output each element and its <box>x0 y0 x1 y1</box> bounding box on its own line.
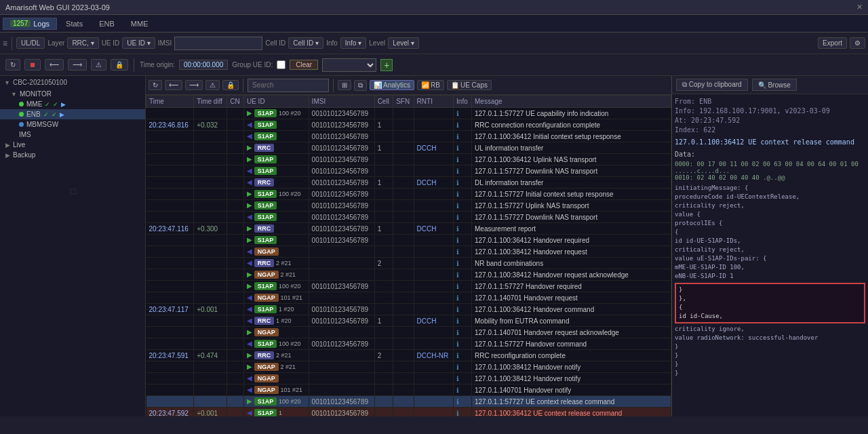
cell-timediff <box>194 200 227 212</box>
warn-log-btn[interactable]: ⚠ <box>205 80 220 90</box>
settings-btn[interactable]: ⚙ <box>850 37 865 49</box>
refresh-log-btn[interactable]: ↻ <box>149 80 162 90</box>
tab-mme[interactable]: MME <box>123 18 156 30</box>
table-row[interactable]: ▶ S1AP 100 #20 001010123456789 ℹ 127.0.1… <box>146 108 671 119</box>
cell-rnti <box>414 200 453 212</box>
cell-timediff: +0.001 <box>194 408 227 417</box>
sidebar-item-monitor[interactable]: ▼ MONITOR <box>0 89 145 99</box>
filter-icon-btn[interactable]: ⊞ <box>338 80 351 90</box>
refresh-btn[interactable]: ↻ <box>5 59 20 71</box>
info-icon: ℹ <box>456 144 459 152</box>
table-row[interactable]: ◀ S1AP 001010123456789 ℹ 127.0.1.1:57727… <box>146 165 671 177</box>
code-line: protocolIEs { <box>675 219 865 228</box>
table-row[interactable]: 20:23:46.816 +0.032 ◀ S1AP 0010101234567… <box>146 119 671 131</box>
protocol-badge: S1AP <box>254 213 277 221</box>
imsi-input[interactable] <box>174 37 262 50</box>
protocol-badge: S1AP <box>254 201 277 210</box>
back-log-btn[interactable]: ⟵ <box>165 80 182 90</box>
warn-btn[interactable]: ⚠ <box>91 59 106 71</box>
table-row[interactable]: ▶ S1AP 001010123456789 ℹ 127.0.1.1:57727… <box>146 200 671 212</box>
rb-btn[interactable]: 📶 RB <box>417 80 444 90</box>
info-icon: ℹ <box>456 352 459 359</box>
sidebar-item-backup[interactable]: ▶ Backup <box>0 150 145 160</box>
table-row[interactable]: ▶ S1AP 100 #20 001010123456789 ℹ 127.0.1… <box>146 189 671 200</box>
cell-ueid: ▶ S1AP <box>243 154 309 165</box>
table-row[interactable]: ◀ S1AP 001010123456789 ℹ 127.0.1.1:57727… <box>146 212 671 223</box>
sidebar-item-live[interactable]: ▶ Live <box>0 140 145 150</box>
table-row[interactable]: 20:23:47.592 +0.001 ◀ S1AP 1 00101012345… <box>146 408 671 417</box>
table-row[interactable]: ▶ NGAP 2 #21 ℹ 127.0.1.100:38412 Handove… <box>146 361 671 373</box>
cell-time <box>146 142 194 154</box>
lock-log-btn[interactable]: 🔒 <box>222 80 239 90</box>
search-input[interactable] <box>248 79 329 92</box>
table-row[interactable]: ▶ RRC 001010123456789 1 DCCH ℹ UL inform… <box>146 142 671 154</box>
table-row[interactable]: ◀ RRC 1 #20 001010123456789 1 DCCH ℹ Mob… <box>146 315 671 327</box>
table-row[interactable]: ▶ S1AP 100 #20 001010123456789 ℹ 127.0.1… <box>146 281 671 292</box>
clear-select[interactable] <box>322 58 376 72</box>
table-row[interactable]: ◀ NGAP 101 #21 ℹ 127.0.1.140701 Handover… <box>146 384 671 396</box>
level-select[interactable]: Level ▾ <box>388 37 419 49</box>
info-select[interactable]: Info ▾ <box>340 37 366 49</box>
table-row[interactable]: 20:23:47.116 +0.300 ▶ RRC 00101012345678… <box>146 223 671 235</box>
table-row[interactable]: ▶ NGAP ℹ 127.0.1.140701 Handover request… <box>146 327 671 338</box>
tab-stats[interactable]: Stats <box>58 18 90 30</box>
uecaps-btn[interactable]: 📋 UE Caps <box>447 80 492 90</box>
table-row[interactable]: ◀ NGAP ℹ 127.0.1.100:38412 Handover noti… <box>146 373 671 384</box>
cell-sfn <box>393 269 414 281</box>
table-row[interactable]: ▶ S1AP 001010123456789 ℹ 127.0.1.100:364… <box>146 154 671 165</box>
tab-enb[interactable]: ENB <box>92 18 122 30</box>
close-btn[interactable]: ✕ <box>856 3 863 12</box>
group-ueid-checkbox[interactable] <box>277 60 285 69</box>
info-icon: ℹ <box>456 260 459 267</box>
copy-log-btn[interactable]: ⧉ <box>354 80 367 91</box>
sidebar-item-ims[interactable]: IMS <box>0 130 145 140</box>
prev-btn[interactable]: ⟵ <box>45 59 64 71</box>
table-row[interactable]: 20:23:47.117 +0.001 ◀ S1AP 1 #20 0010101… <box>146 304 671 315</box>
sidebar-item-enb[interactable]: ENB ✓ ✓ ▶ <box>0 109 145 119</box>
layer-select[interactable]: RRC, ▾ <box>67 37 98 49</box>
cell-timediff: +0.474 <box>194 350 227 361</box>
lock-btn[interactable]: 🔒 <box>111 59 128 71</box>
table-row[interactable]: ◀ NGAP 101 #21 ℹ 127.0.1.140701 Handover… <box>146 292 671 304</box>
sidebar-collapse-btn[interactable]: ≡ <box>3 39 7 48</box>
add-filter-btn[interactable]: + <box>380 59 393 71</box>
mme-play[interactable]: ▶ <box>61 101 66 108</box>
table-row[interactable]: ▶ S1AP 001010123456789 ℹ 127.0.1.100:364… <box>146 235 671 246</box>
table-row[interactable]: ◀ S1AP 001010123456789 ℹ 127.0.1.100:364… <box>146 131 671 142</box>
cell-cell <box>374 235 393 246</box>
cell-imsi: 001010123456789 <box>309 338 374 350</box>
browse-btn[interactable]: 🔍 Browse <box>752 79 797 91</box>
cell-cn <box>227 327 244 338</box>
table-row[interactable]: ◀ S1AP 100 #20 001010123456789 ℹ 127.0.1… <box>146 338 671 350</box>
sidebar-root[interactable]: ▼ CBC-2021050100 <box>0 76 145 89</box>
export-btn[interactable]: Export <box>818 37 847 49</box>
tree-toggle-root: ▼ <box>4 79 10 86</box>
table-row[interactable]: ◀ RRC 2 #21 2 ℹ NR band combinations <box>146 258 671 269</box>
cell-cell <box>374 108 393 119</box>
ueid-val: 1 <box>279 410 282 416</box>
analytics-btn[interactable]: 📊 Analytics <box>370 80 414 90</box>
cell-imsi: 001010123456789 <box>309 281 374 292</box>
table-row[interactable]: ◀ NGAP ℹ 127.0.1.100:38412 Handover requ… <box>146 246 671 258</box>
cell-rnti <box>414 131 453 142</box>
code-line: initiatingMessage: { <box>675 184 865 193</box>
table-row[interactable]: ▶ NGAP 2 #21 ℹ 127.0.1.100:38412 Handove… <box>146 269 671 281</box>
cell-sfn <box>393 373 414 384</box>
forward-log-btn[interactable]: ⟶ <box>185 80 203 90</box>
tab-logs[interactable]: 1257 Logs <box>3 18 57 30</box>
sidebar-item-mme[interactable]: MME ✓ ✓ ▶ <box>0 99 145 109</box>
table-row[interactable]: ▶ S1AP 100 #20 001010123456789 ℹ 127.0.1… <box>146 396 671 408</box>
sidebar-item-mbmsgw[interactable]: MBMSGW <box>0 119 145 130</box>
logtable[interactable]: ↻ ⟵ ⟶ ⚠ 🔒 ⊞ ⧉ 📊 Analytics 📶 RB 📋 UE Caps… <box>146 76 671 416</box>
table-row[interactable]: 20:23:47.591 +0.474 ▶ RRC 2 #21 2 DCCH-N… <box>146 350 671 361</box>
stop-btn[interactable]: ⏹ <box>24 59 41 71</box>
mode-select[interactable]: UL/DL <box>16 37 45 49</box>
next-btn[interactable]: ⟶ <box>68 59 87 71</box>
cellid-select[interactable]: Cell ID ▾ <box>288 37 323 49</box>
enb-play[interactable]: ▶ <box>60 111 64 118</box>
ueid-select[interactable]: UE ID ▾ <box>122 37 155 49</box>
copy-clipboard-btn[interactable]: ⧉ Copy to clipboard <box>676 79 748 91</box>
clear-btn[interactable]: Clear <box>290 60 318 70</box>
cell-info: ℹ <box>454 223 472 235</box>
table-row[interactable]: ◀ RRC 001010123456789 1 DCCH ℹ DL inform… <box>146 177 671 189</box>
